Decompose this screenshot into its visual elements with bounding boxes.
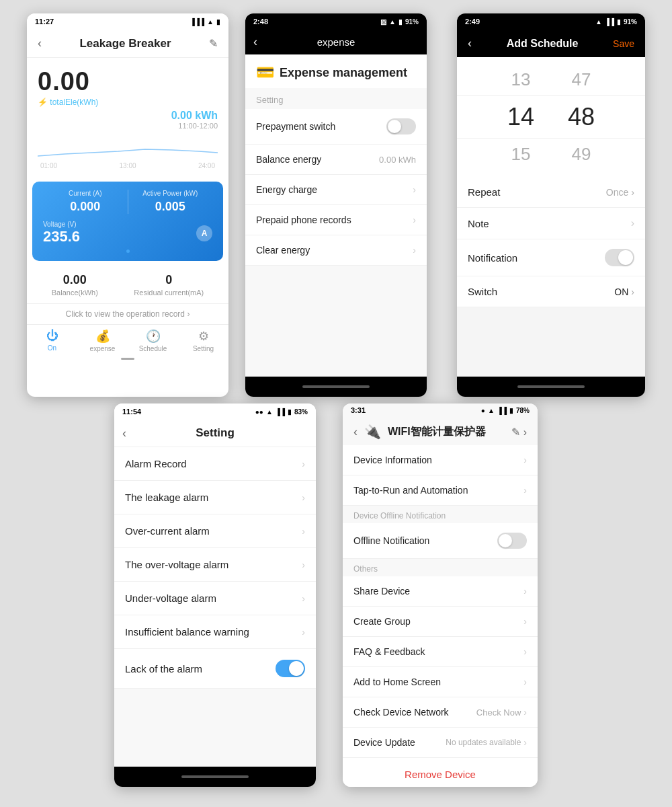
minute-bottom: 49 [561, 144, 601, 165]
expense-emoji-icon: 💳 [256, 64, 274, 81]
nav-setting[interactable]: ⚙ Setting [178, 329, 228, 352]
save-button[interactable]: Save [613, 38, 634, 49]
status-time-5: 3:31 [351, 406, 366, 414]
expense-title-row: 💳 Expense management [245, 54, 427, 88]
undervoltage-alarm-chevron: › [302, 593, 305, 604]
notification-toggle[interactable] [605, 249, 634, 266]
battery-icon: ▮ [216, 18, 220, 26]
status-bar-5: 3:31 ● ▲ ▐▐ ▮ 78% [343, 404, 538, 417]
balance-row: 0.00 Balance(kWh) 0 Residual current(mA) [27, 266, 228, 303]
lack-alarm-toggle[interactable] [276, 660, 305, 677]
create-group-item[interactable]: Create Group › [343, 607, 538, 637]
repeat-chevron: › [631, 187, 634, 198]
schedule-header: ‹ Add Schedule Save [457, 30, 645, 57]
power-label: Active Power (kW) [128, 190, 213, 197]
energy-charge-label: Energy charge [256, 184, 317, 195]
check-network-item[interactable]: Check Device Network Check Now › [343, 697, 538, 728]
balance-energy-item[interactable]: Balance energy 0.00 kWh [245, 145, 427, 175]
chart-labels: 01:00 13:00 24:00 [38, 162, 218, 169]
voltage-row: Voltage (V) 235.6 A [43, 221, 212, 245]
wifi-icon-4: ▲ [266, 408, 273, 416]
balance-col: 0.00 Balance(kWh) [52, 273, 98, 297]
setting-list: Alarm Record › The leakage alarm › Over-… [114, 447, 316, 689]
device-update-right: No updates available › [446, 737, 527, 748]
home-indicator-4 [181, 775, 249, 778]
operation-link[interactable]: Click to view the operation record › [27, 303, 228, 324]
time-row-top: 13 47 [457, 64, 645, 95]
expense-icon: 💰 [77, 329, 128, 344]
insufficient-balance-label: Insufficient balance warning [125, 626, 249, 638]
carousel-dot [126, 249, 130, 253]
status-time-1: 11:27 [35, 17, 54, 26]
on-icon: ⏻ [27, 329, 77, 343]
status-bar-3: 2:49 ▲ ▐▐ ▮ 91% [457, 13, 645, 30]
offline-notif-toggle[interactable] [497, 533, 527, 549]
undervoltage-alarm-item[interactable]: Under-voltage alarm › [114, 582, 316, 615]
edit-icon-5[interactable]: ✎ › [511, 426, 527, 438]
alarm-record-item[interactable]: Alarm Record › [114, 447, 316, 481]
status-bar-4: 11:54 ●● ▲ ▐▐ ▮ 83% [114, 404, 316, 420]
back-button-5[interactable]: ‹ [353, 425, 358, 439]
device-info-item[interactable]: Device Information › [343, 445, 538, 475]
back-button-4[interactable]: ‹ [122, 426, 126, 440]
wifi-icon-5: ▲ [488, 407, 495, 414]
prepaid-records-item[interactable]: Prepaid phone records › [245, 205, 427, 235]
msg-icon: ● [481, 407, 485, 414]
switch-option[interactable]: Switch ON › [457, 276, 645, 307]
faq-item[interactable]: FAQ & Feedback › [343, 637, 538, 667]
remove-device-button[interactable]: Remove Device [343, 758, 538, 787]
metrics-row: Current (A) 0.000 Active Power (kW) 0.00… [43, 190, 212, 214]
offline-notif-item[interactable]: Offline Notification [343, 523, 538, 559]
add-home-item[interactable]: Add to Home Screen › [343, 667, 538, 697]
clear-energy-label: Clear energy [256, 245, 310, 256]
repeat-option[interactable]: Repeat Once › [457, 177, 645, 208]
notification-option[interactable]: Notification [457, 239, 645, 276]
wifi-icon-3: ▲ [595, 18, 602, 26]
offline-notif-label: Offline Notification [353, 535, 429, 546]
device-update-item[interactable]: Device Update No updates available › [343, 728, 538, 758]
residual-value: 0 [134, 273, 204, 287]
undervoltage-alarm-label: Under-voltage alarm [125, 592, 216, 604]
energy-unit: ⚡ totalEle(kWh) [38, 98, 218, 107]
faq-chevron: › [523, 646, 527, 657]
time-row-active-wrapper: 14 48 [457, 95, 645, 139]
energy-charge-item[interactable]: Energy charge › [245, 175, 427, 205]
leakage-alarm-item[interactable]: The leakage alarm › [114, 481, 316, 514]
status-icons-1: ▐▐▐ ▲ ▮ [190, 18, 220, 26]
back-button-1[interactable]: ‹ [38, 36, 42, 50]
note-option[interactable]: Note › [457, 208, 645, 239]
overcurrent-alarm-item[interactable]: Over-current alarm › [114, 514, 316, 548]
nav-expense[interactable]: 💰 expense [77, 329, 128, 352]
back-button-3[interactable]: ‹ [468, 36, 472, 50]
repeat-label: Repeat [468, 186, 500, 198]
nav-on[interactable]: ⏻ On [27, 329, 77, 352]
wifi-device-name: WIFI智能计量保护器 [388, 425, 486, 439]
share-device-item[interactable]: Share Device › [343, 576, 538, 607]
notif-icon: ●● [255, 408, 263, 416]
overvoltage-alarm-item[interactable]: The over-voltage alarm › [114, 548, 316, 582]
prepaid-records-chevron: › [413, 215, 416, 225]
lack-alarm-right [276, 660, 305, 677]
alarm-record-label: Alarm Record [125, 458, 187, 469]
share-chevron: › [523, 586, 527, 597]
prepayment-toggle[interactable] [386, 118, 416, 134]
balance-label: Balance(kWh) [52, 289, 98, 297]
tap-run-item[interactable]: Tap-to-Run and Automation › [343, 475, 538, 506]
edit-icon-1[interactable]: ✎ [209, 37, 218, 50]
nav-schedule[interactable]: 🕐 Schedule [128, 329, 178, 352]
clear-energy-item[interactable]: Clear energy › [245, 235, 427, 266]
lack-alarm-item[interactable]: Lack of the alarm [114, 649, 316, 689]
note-chevron: › [631, 217, 634, 229]
device-icon: 🔌 [364, 424, 381, 440]
add-home-chevron: › [523, 677, 527, 687]
energy-chart [38, 132, 218, 159]
status-icons-4: ●● ▲ ▐▐ ▮ 83% [255, 408, 308, 416]
a-badge: A [196, 225, 212, 241]
hour-top: 13 [501, 69, 541, 90]
screen5-wifi-device: 3:31 ● ▲ ▐▐ ▮ 78% ‹ 🔌 WIFI智能计量保护器 ✎ › De… [343, 404, 538, 787]
back-button-2[interactable]: ‹ [253, 35, 257, 49]
insufficient-balance-item[interactable]: Insufficient balance warning › [114, 615, 316, 649]
prepayment-switch-item[interactable]: Prepayment switch [245, 109, 427, 145]
power-col: Active Power (kW) 0.005 [128, 190, 213, 214]
blue-metrics-card: Current (A) 0.000 Active Power (kW) 0.00… [32, 182, 223, 261]
